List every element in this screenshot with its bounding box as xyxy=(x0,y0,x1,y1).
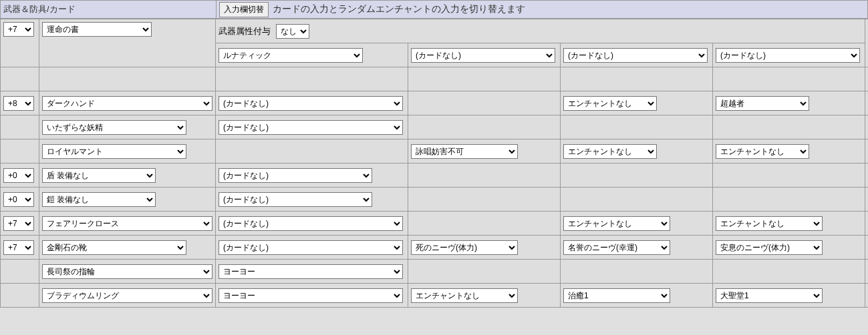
enchant-select[interactable]: エンチャントなし xyxy=(563,96,657,111)
refine-select[interactable]: +0 xyxy=(3,168,34,183)
empty-cell xyxy=(561,188,713,212)
enchant-select[interactable]: エンチャントなし xyxy=(563,216,670,231)
enchant-cell: 死のニーヴ(体力) xyxy=(408,236,561,260)
enchant-cell: 超越者 xyxy=(713,91,865,115)
enchant-select[interactable]: 大聖堂1 xyxy=(716,288,823,303)
refine-select[interactable]: +8 xyxy=(3,96,34,111)
item-select[interactable]: 金剛石の靴 xyxy=(42,240,186,255)
edge-cell xyxy=(865,212,869,236)
empty-cell xyxy=(561,260,713,284)
enchant-select[interactable]: 詠唱妨害不可 xyxy=(411,144,518,159)
spacer-row xyxy=(1,67,869,91)
card-select[interactable]: (カードなし) xyxy=(563,48,708,63)
empty-cell xyxy=(408,212,561,236)
card-select[interactable]: (カードなし) xyxy=(219,216,403,231)
table-row: いたずらな妖精 (カードなし) xyxy=(1,115,869,139)
edge-cell xyxy=(865,19,869,67)
element-select[interactable]: なし xyxy=(276,24,309,39)
enchant-cell: 大聖堂1 xyxy=(713,284,865,308)
item-select[interactable]: ロイヤルマント xyxy=(42,144,186,159)
enchant-select[interactable]: 安息のニーヴ(体力) xyxy=(716,240,823,255)
enchant-cell: 名誉のニーヴ(幸運) xyxy=(561,236,713,260)
card-select[interactable]: (カードなし) xyxy=(219,96,403,111)
card-cell: (カードなし) xyxy=(216,163,408,188)
empty-cell xyxy=(408,260,561,284)
card-select[interactable]: ルナティック xyxy=(219,48,363,63)
card-select[interactable]: (カードなし) xyxy=(411,48,555,63)
toggle-input-button[interactable]: 入力欄切替 xyxy=(219,2,269,17)
edge-cell xyxy=(865,236,869,260)
card-select[interactable]: (カードなし) xyxy=(219,120,403,135)
item-cell: 金剛石の靴 xyxy=(39,236,216,260)
item-select[interactable]: 盾 装備なし xyxy=(42,168,156,183)
card-cell: (カードなし) xyxy=(216,188,408,212)
refine-cell: +7 xyxy=(1,236,39,260)
enchant-cell: 安息のニーヴ(体力) xyxy=(713,236,865,260)
empty-cell xyxy=(713,260,865,284)
refine-cell: +0 xyxy=(1,163,39,188)
card-select[interactable]: (カードなし) xyxy=(219,192,372,207)
enchant-select[interactable]: 名誉のニーヴ(幸運) xyxy=(563,240,670,255)
enchant-select[interactable]: 超越者 xyxy=(716,96,809,111)
table-row: +7 運命の書 武器属性付与 なし xyxy=(1,19,869,43)
refine-select[interactable]: +7 xyxy=(3,22,34,37)
card-select[interactable]: (カードなし) xyxy=(716,48,860,63)
item-cell: ロイヤルマント xyxy=(39,139,216,163)
item-select[interactable]: 長司祭の指輪 xyxy=(42,264,212,279)
item-select[interactable]: 鎧 装備なし xyxy=(42,192,156,207)
item-cell: 運命の書 xyxy=(39,19,216,67)
card-cell: (カードなし) xyxy=(561,43,713,67)
card-cell xyxy=(216,139,408,163)
refine-select[interactable]: +7 xyxy=(3,240,34,255)
section-controls: 入力欄切替 カードの入力とランダムエンチャントの入力を切り替えます xyxy=(216,1,867,18)
item-cell: いたずらな妖精 xyxy=(39,115,216,139)
card-cell: ヨーヨー xyxy=(216,260,408,284)
card-cell: ルナティック xyxy=(216,43,408,67)
item-select[interactable]: フェアリークロース xyxy=(42,216,212,231)
section-title: 武器＆防具/カード xyxy=(1,3,216,15)
enchant-cell: エンチャントなし xyxy=(713,139,865,163)
edge-cell xyxy=(865,188,869,212)
card-select[interactable]: (カードなし) xyxy=(219,240,403,255)
refine-select[interactable]: +7 xyxy=(3,216,34,231)
enchant-cell: エンチャントなし xyxy=(561,212,713,236)
card-select[interactable]: ヨーヨー xyxy=(219,288,403,303)
empty-cell xyxy=(408,163,561,188)
item-select[interactable]: 運命の書 xyxy=(42,22,152,37)
refine-cell: +0 xyxy=(1,188,39,212)
refine-cell: +7 xyxy=(1,212,39,236)
item-select[interactable]: ブラディウムリング xyxy=(42,288,212,303)
enchant-select[interactable]: 死のニーヴ(体力) xyxy=(411,240,518,255)
enchant-select[interactable]: エンチャントなし xyxy=(716,216,823,231)
empty-cell xyxy=(408,188,561,212)
item-select[interactable]: いたずらな妖精 xyxy=(42,120,186,135)
enchant-select[interactable]: エンチャントなし xyxy=(411,288,518,303)
equipment-table: +7 運命の書 武器属性付与 なし ルナティック (カードなし) (カードなし)… xyxy=(0,19,868,308)
empty-cell xyxy=(713,115,865,139)
edge-cell xyxy=(865,260,869,284)
edge-cell xyxy=(865,115,869,139)
refine-cell xyxy=(1,260,39,284)
enchant-select[interactable]: エンチャントなし xyxy=(563,144,657,159)
card-select[interactable]: (カードなし) xyxy=(219,168,372,183)
refine-cell: +7 xyxy=(1,19,39,67)
empty-cell xyxy=(561,115,713,139)
empty-cell xyxy=(713,163,865,188)
table-row: +0 盾 装備なし (カードなし) xyxy=(1,163,869,188)
item-cell: フェアリークロース xyxy=(39,212,216,236)
table-row: +7 金剛石の靴 (カードなし) 死のニーヴ(体力) 名誉のニーヴ(幸運) 安息… xyxy=(1,236,869,260)
refine-cell xyxy=(1,284,39,308)
enchant-select[interactable]: エンチャントなし xyxy=(716,144,809,159)
card-cell: (カードなし) xyxy=(216,91,408,115)
item-cell: 長司祭の指輪 xyxy=(39,260,216,284)
card-select[interactable]: ヨーヨー xyxy=(219,264,403,279)
enchant-cell: エンチャントなし xyxy=(408,284,561,308)
item-select[interactable]: ダークハンド xyxy=(42,96,212,111)
item-cell: ブラディウムリング xyxy=(39,284,216,308)
empty-cell xyxy=(408,91,561,115)
refine-select[interactable]: +0 xyxy=(3,192,34,207)
enchant-select[interactable]: 治癒1 xyxy=(563,288,670,303)
table-row: +8 ダークハンド (カードなし) エンチャントなし 超越者 xyxy=(1,91,869,115)
enchant-cell: エンチャントなし xyxy=(713,212,865,236)
table-row: ブラディウムリング ヨーヨー エンチャントなし 治癒1 大聖堂1 xyxy=(1,284,869,308)
